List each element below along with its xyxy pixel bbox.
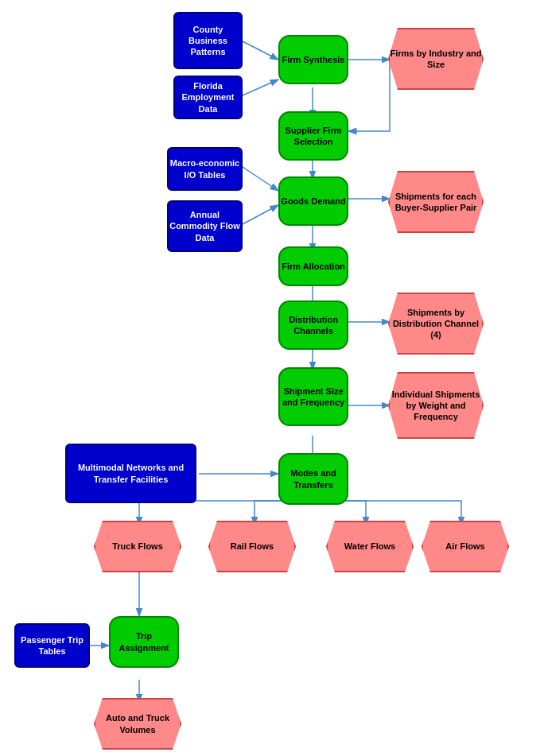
individual-shipments-node: Individual Shipments by Weight and Frequ…	[388, 372, 484, 439]
passenger-trip-node: Passenger Trip Tables	[14, 623, 90, 668]
air-flows-node: Air Flows	[422, 521, 509, 572]
shipments-buyer-node: Shipments for each Buyer-Supplier Pair	[388, 171, 484, 233]
multimodal-node: Multimodal Networks and Transfer Facilit…	[65, 444, 196, 503]
annual-commodity-node: Annual Commodity Flow Data	[167, 200, 243, 252]
auto-truck-node: Auto and Truck Volumes	[94, 698, 181, 750]
trip-assignment-node: Trip Assignment	[109, 616, 179, 668]
flowchart-diagram: County Business Patterns Florida Employm…	[0, 0, 544, 756]
firm-allocation-node: Firm Allocation	[278, 246, 348, 286]
shipment-size-node: Shipment Size and Frequency	[278, 367, 348, 426]
distribution-channels-node: Distribution Channels	[278, 300, 348, 350]
truck-flows-node: Truck Flows	[94, 521, 181, 572]
goods-demand-node: Goods Demand	[278, 176, 348, 226]
florida-employment-node: Florida Employment Data	[173, 76, 243, 119]
water-flows-node: Water Flows	[326, 521, 414, 572]
firms-industry-node: Firms by Industry and Size	[388, 28, 484, 90]
macro-io-node: Macro-economic I/O Tables	[167, 147, 243, 191]
firm-synthesis-node: Firm Synthesis	[278, 35, 348, 84]
county-business-node: County Business Patterns	[173, 12, 243, 69]
supplier-selection-node: Supplier Firm Selection	[278, 111, 348, 161]
shipments-distribution-node: Shipments by Distribution Channel (4)	[388, 293, 484, 355]
modes-transfers-node: Modes and Transfers	[278, 453, 348, 505]
rail-flows-node: Rail Flows	[208, 521, 296, 572]
